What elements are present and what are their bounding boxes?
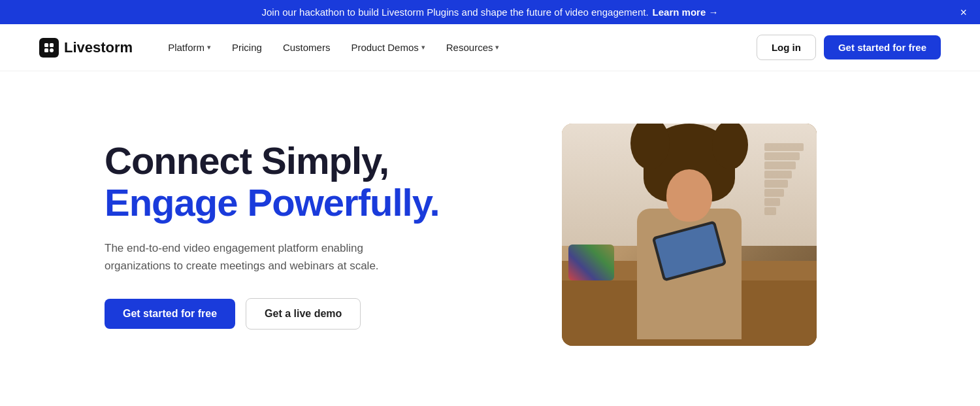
banner-cta-link[interactable]: Learn more → <box>653 7 719 18</box>
hero-content: Connect Simply, Engage Powerfully. The e… <box>105 140 510 330</box>
hero-buttons: Get started for free Get a live demo <box>105 298 510 330</box>
nav-item-platform-label: Platform <box>168 42 204 53</box>
banner-text: Join our hackathon to build Livestorm Pl… <box>262 7 649 18</box>
nav-item-resources[interactable]: Resources ▾ <box>437 37 509 58</box>
hero-title-line2: Engage Powerfully. <box>105 182 510 224</box>
banner-close-button[interactable]: × <box>960 7 967 18</box>
hero-title-line1: Connect Simply, <box>105 140 510 182</box>
logo-icon <box>39 38 59 58</box>
nav-item-pricing[interactable]: Pricing <box>223 37 271 58</box>
stairs-decoration <box>764 143 804 222</box>
nav-item-product-demos-label: Product Demos <box>351 42 418 53</box>
nav-item-customers[interactable]: Customers <box>274 37 340 58</box>
login-button[interactable]: Log in <box>757 35 816 60</box>
nav-actions: Log in Get started for free <box>757 35 941 60</box>
nav-item-resources-label: Resources <box>446 42 493 53</box>
hero-cta-primary-button[interactable]: Get started for free <box>105 299 235 329</box>
hero-image <box>562 124 817 346</box>
announcement-banner: Join our hackathon to build Livestorm Pl… <box>0 0 980 24</box>
hero-section: Connect Simply, Engage Powerfully. The e… <box>0 71 980 398</box>
svg-rect-1 <box>50 43 54 47</box>
svg-rect-0 <box>44 43 48 47</box>
nav-item-customers-label: Customers <box>283 42 331 53</box>
hero-cta-secondary-button[interactable]: Get a live demo <box>246 298 361 330</box>
hero-image-bg <box>562 124 817 346</box>
navbar: Livestorm Platform ▾ Pricing Customers P… <box>0 24 980 71</box>
nav-item-pricing-label: Pricing <box>232 42 262 53</box>
chevron-down-icon-demos: ▾ <box>421 43 425 52</box>
hero-subtitle: The end-to-end video engagement platform… <box>105 239 392 275</box>
chevron-down-icon-resources: ▾ <box>495 43 499 52</box>
chevron-down-icon: ▾ <box>207 43 211 52</box>
pillow-shape <box>568 245 614 280</box>
svg-point-3 <box>50 48 54 52</box>
nav-item-product-demos[interactable]: Product Demos ▾ <box>342 37 434 58</box>
nav-item-platform[interactable]: Platform ▾ <box>159 37 220 58</box>
logo-link[interactable]: Livestorm <box>39 38 133 58</box>
navbar-cta-button[interactable]: Get started for free <box>824 35 941 59</box>
logo-text: Livestorm <box>64 39 133 56</box>
person-face <box>666 169 712 222</box>
nav-links: Platform ▾ Pricing Customers Product Dem… <box>159 37 757 58</box>
svg-rect-2 <box>44 48 48 52</box>
